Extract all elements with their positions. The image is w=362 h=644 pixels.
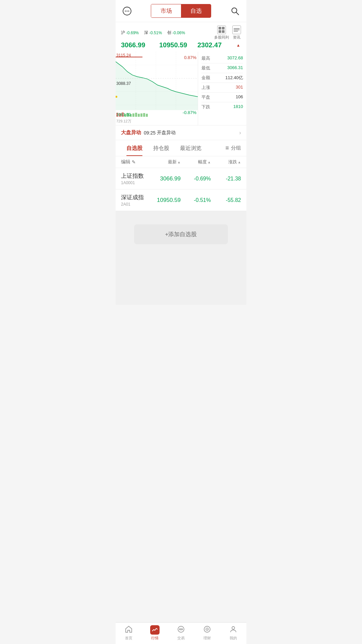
tab-position[interactable]: 持仓股 — [148, 140, 175, 156]
table-header: 编辑 ✎ 最新 ▲ 幅度 ▲ 涨跌 ▲ — [116, 156, 246, 168]
stock-list: 上证指数 1A0001 3066.99 -0.69% -21.38 深证成指 2… — [116, 168, 246, 211]
add-stock-area: +添加自选股 — [116, 211, 246, 305]
chart-mid-label: 3088.37 — [116, 81, 131, 86]
chinext-change: -0.06% — [172, 31, 185, 35]
edit-btn[interactable]: 编辑 ✎ — [121, 159, 136, 165]
shenzhen-label: 深 — [144, 30, 148, 36]
chart-stats: 最高 3072.68 最低 3066.31 金额 112.40亿 上涨 301 … — [198, 52, 246, 125]
sort-latest-icon: ▲ — [177, 160, 181, 164]
stock-tabs: 自选股 持仓股 最近浏览 ≡ 分组 — [116, 140, 246, 156]
chevron-right-icon: › — [239, 130, 241, 136]
chinext-index: 创 -0.06% — [167, 30, 185, 36]
stat-rise: 上涨 301 — [201, 83, 243, 93]
stock-name-area-1: 深证成指 2A01 — [121, 194, 150, 207]
chat-icon[interactable] — [121, 5, 133, 17]
svg-rect-25 — [143, 113, 145, 117]
news-btn[interactable]: 资讯 — [232, 25, 241, 40]
svg-point-1 — [125, 10, 126, 11]
stock-code-1: 2A01 — [121, 202, 150, 207]
shenzhen-index: 深 -0.51% — [144, 30, 162, 36]
search-icon[interactable] — [229, 5, 241, 17]
col-range[interactable]: 幅度 ▲ — [181, 159, 211, 165]
svg-rect-26 — [146, 114, 148, 117]
stat-low-label: 最低 — [201, 65, 210, 71]
stat-low: 最低 3066.31 — [201, 63, 243, 73]
stat-fall-label: 下跌 — [201, 104, 210, 110]
stock-change-0: -0.69% — [181, 176, 211, 182]
stat-flat-label: 平盘 — [201, 94, 210, 100]
col-latest[interactable]: 最新 ▲ — [150, 159, 181, 165]
add-stock-btn[interactable]: +添加自选股 — [134, 224, 228, 244]
stock-row-0[interactable]: 上证指数 1A0001 3066.99 -0.69% -21.38 — [116, 168, 246, 190]
alert-desc: 开盘异动 — [157, 130, 176, 136]
alert-title: 大盘异动 — [121, 129, 141, 136]
table-columns: 最新 ▲ 幅度 ▲ 涨跌 ▲ — [150, 159, 241, 165]
col-change[interactable]: 涨跌 ▲ — [211, 159, 241, 165]
group-label: 分组 — [231, 145, 241, 151]
svg-rect-22 — [135, 113, 137, 117]
svg-point-3 — [128, 10, 129, 11]
stock-pts-0: -21.38 — [211, 176, 241, 182]
stat-high: 最高 3072.68 — [201, 54, 243, 63]
shanghai-value: 3066.99 — [121, 41, 159, 49]
alert-time: 09:25 — [144, 130, 156, 136]
stock-pts-1: -55.82 — [211, 197, 241, 203]
stat-high-label: 最高 — [201, 55, 210, 61]
stock-code-0: 1A0001 — [121, 180, 150, 185]
alert-bar[interactable]: 大盘异动 09:25 开盘异动 › — [116, 125, 246, 140]
stat-fall: 下跌 1810 — [201, 102, 243, 112]
tab-watchlist[interactable]: 自选 — [181, 4, 211, 17]
stock-name-1: 深证成指 — [121, 194, 150, 201]
market-values: 3066.99 10950.59 2302.47 ▲ — [121, 41, 241, 49]
svg-line-5 — [236, 12, 239, 15]
tab-market[interactable]: 市场 — [151, 4, 181, 17]
stat-amount-val: 112.40亿 — [225, 75, 243, 81]
shenzhen-change: -0.51% — [149, 31, 162, 35]
chart-pct-pos: 0.87% — [184, 55, 196, 60]
group-action[interactable]: ≡ 分组 — [225, 145, 241, 152]
edit-icon: ✎ — [132, 159, 136, 165]
chart-low-label: 3061.50 — [116, 112, 131, 117]
stat-fall-val: 1810 — [233, 104, 243, 110]
sort-range-icon: ▲ — [207, 160, 211, 164]
shanghai-change: -0.69% — [126, 31, 139, 35]
chinext-label: 创 — [167, 30, 171, 36]
multi-stock-btn[interactable]: 多股同列 — [214, 25, 229, 40]
stock-row-1[interactable]: 深证成指 2A01 10950.59 -0.51% -55.82 — [116, 190, 246, 211]
stock-name-0: 上证指数 — [121, 172, 150, 180]
stat-amount: 金额 112.40亿 — [201, 73, 243, 83]
svg-rect-21 — [132, 113, 134, 117]
tab-recent[interactable]: 最近浏览 — [175, 140, 207, 156]
svg-point-4 — [232, 8, 237, 13]
caret-icon: ▲ — [236, 43, 241, 48]
chart-high-label: 3115.24 — [116, 53, 131, 58]
stat-amount-label: 金额 — [201, 75, 210, 81]
chart-left[interactable]: 3115.24 3088.37 3061.50 729.12万 0.87% -0… — [116, 52, 198, 125]
chart-area: 3115.24 3088.37 3061.50 729.12万 0.87% -0… — [116, 52, 246, 125]
stock-price-0: 3066.99 — [150, 175, 181, 182]
stat-rise-val: 301 — [236, 85, 243, 91]
stat-flat: 平盘 106 — [201, 93, 243, 102]
stat-high-val: 3072.68 — [227, 55, 243, 61]
edit-label: 编辑 — [121, 159, 130, 165]
stock-name-area-0: 上证指数 1A0001 — [121, 172, 150, 185]
market-summary: 沪 -0.69% 深 -0.51% 创 -0.06% 多股同列 — [116, 22, 246, 52]
group-icon: ≡ — [225, 145, 229, 152]
chinext-value: 2302.47 — [197, 41, 236, 49]
tab-switcher: 市场 自选 — [151, 4, 211, 18]
sort-change-icon: ▲ — [238, 160, 241, 164]
chart-vol-label: 729.12万 — [116, 119, 131, 124]
market-indices: 沪 -0.69% 深 -0.51% 创 -0.06% 多股同列 — [121, 25, 241, 40]
stat-low-val: 3066.31 — [227, 65, 243, 71]
top-nav: 市场 自选 — [116, 0, 246, 22]
svg-rect-23 — [138, 114, 140, 117]
svg-marker-14 — [116, 62, 198, 110]
stock-change-1: -0.51% — [181, 197, 211, 203]
shanghai-index: 沪 -0.69% — [121, 30, 139, 36]
svg-point-2 — [127, 10, 128, 11]
stock-price-1: 10950.59 — [150, 197, 181, 204]
shanghai-label: 沪 — [121, 30, 125, 36]
stat-flat-val: 106 — [236, 94, 243, 100]
shenzhen-value: 10950.59 — [159, 41, 197, 49]
tab-watchlist-stocks[interactable]: 自选股 — [121, 140, 148, 156]
